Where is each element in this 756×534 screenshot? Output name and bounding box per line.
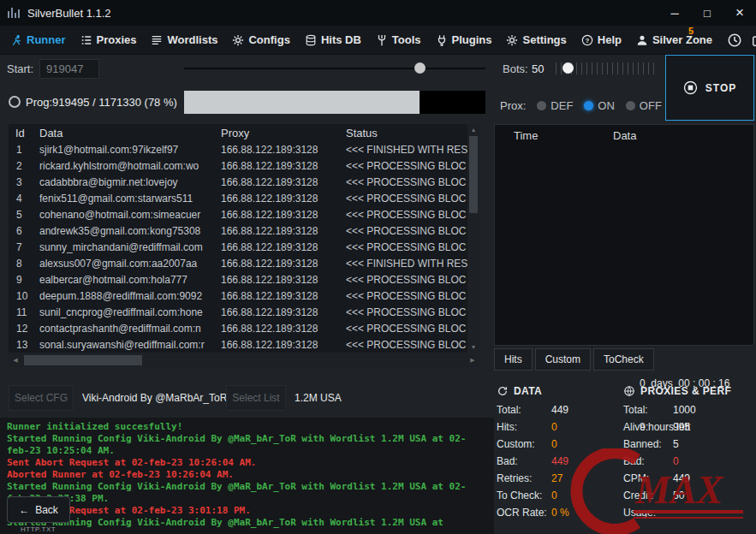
- log-line: Started Running Config Viki-Android By @…: [7, 433, 487, 457]
- cell-status: <<< FINISHED WITH RES: [346, 258, 467, 270]
- maximize-button[interactable]: □: [691, 0, 723, 26]
- table-row[interactable]: 5 cohenano@hotmail.com:simeacuer 166.88.…: [9, 206, 467, 222]
- stat-row: Bad: 0: [623, 453, 753, 470]
- help-icon: ?: [581, 34, 593, 46]
- cell-proxy: 166.88.122.189:3128: [221, 339, 346, 351]
- start-slider-handle[interactable]: [414, 62, 426, 74]
- select-cfg-button[interactable]: Select CFG: [9, 385, 74, 411]
- col-status: Status: [346, 127, 467, 139]
- start-input[interactable]: [39, 59, 99, 79]
- table-row[interactable]: 11 sunil_cncprog@rediffmail.com:hone 166…: [9, 304, 467, 320]
- nav-item-wordlists[interactable]: Wordlists: [151, 33, 217, 46]
- stat-value: 449: [551, 404, 568, 416]
- tab-custom[interactable]: Custom: [535, 348, 591, 371]
- horizontal-scrollbar[interactable]: ◀ ▶: [9, 353, 479, 367]
- file-label: HTTP.TXT: [21, 525, 56, 533]
- svg-text:?: ?: [585, 36, 589, 44]
- bots-slider[interactable]: [556, 60, 658, 77]
- table-row[interactable]: 4 fenix511@gmail.com:starwars511 166.88.…: [9, 190, 467, 206]
- prox-option-on[interactable]: ON: [584, 99, 615, 112]
- tab-hits[interactable]: Hits: [494, 348, 533, 371]
- cell-data: fenix511@gmail.com:starwars511: [39, 193, 221, 205]
- window-controls: ─ □ ×: [658, 0, 756, 26]
- table-row[interactable]: 10 deepum.1888@rediffmail.com:9092 166.8…: [9, 288, 467, 304]
- table-row[interactable]: 7 sunny_mirchandani@rediffmail.com 166.8…: [9, 239, 467, 255]
- nav-item-help[interactable]: ? Help: [581, 33, 622, 46]
- start-slider-track[interactable]: [184, 68, 485, 69]
- config-name: Viki-Android By @MaRbAr_ToR: [82, 392, 227, 404]
- results-table: Id Data Proxy Status 1 sjirk1@hotmail.co…: [9, 124, 467, 353]
- cell-id: 7: [9, 241, 39, 253]
- cell-data: ealbercar@hotmail.com:hola777: [39, 274, 221, 286]
- stat-label: Banned:: [623, 438, 673, 450]
- stat-label: CPM:: [623, 472, 673, 484]
- gear-icon: [506, 34, 518, 46]
- close-button[interactable]: ×: [723, 0, 756, 26]
- back-button[interactable]: ← Back: [7, 496, 70, 523]
- prog-value: 919495 / 1171330 (78 %): [52, 96, 177, 109]
- stop-button[interactable]: STOP: [683, 80, 736, 95]
- prox-option-def[interactable]: DEF: [537, 99, 573, 112]
- table-row[interactable]: 3 cadabbbra@bigmir.net:lovejoy 166.88.12…: [9, 174, 467, 190]
- notification-badge: 5: [688, 26, 693, 36]
- nav-label: Plugins: [452, 33, 492, 46]
- nav-label: Configs: [248, 33, 289, 46]
- cell-proxy: 166.88.122.189:3128: [221, 160, 346, 172]
- cell-id: 13: [9, 339, 39, 351]
- table-row[interactable]: 12 contactprashanth@rediffmail.com:n 166…: [9, 320, 467, 336]
- nav-item-configs[interactable]: Configs: [232, 33, 289, 46]
- cell-data: cadabbbra@bigmir.net:lovejoy: [39, 176, 221, 188]
- stat-row: Usage:: [623, 504, 753, 521]
- stat-row: Total: 449: [497, 401, 621, 418]
- prox-option-off[interactable]: OFF: [626, 99, 662, 112]
- runner-controls: Start: Bots: 50 Prog:919495 / 1171330 (7…: [0, 55, 756, 124]
- table-row[interactable]: 13 sonal.suryawanshi@rediffmail.com:r 16…: [9, 336, 467, 353]
- cell-id: 1: [9, 144, 39, 156]
- start-slider[interactable]: [184, 60, 485, 77]
- nav-label: Hits DB: [321, 33, 361, 46]
- table-row[interactable]: 1 sjirk1@hotmail.com:97ikzelf97 166.88.1…: [9, 141, 467, 157]
- stat-value: 1000: [673, 404, 696, 416]
- stat-value: 0: [673, 455, 679, 467]
- nav-item-hits-db[interactable]: Hits DB: [305, 33, 361, 46]
- list-icon: [80, 34, 92, 46]
- table-row[interactable]: 6 andrewk35@gmail.com:kong75308 166.88.1…: [9, 222, 467, 239]
- nav-item-settings[interactable]: Settings: [506, 33, 566, 46]
- bots-value: 50: [532, 62, 544, 75]
- log-panel: Runner initialized succesfully! Started …: [0, 418, 494, 534]
- select-list-button[interactable]: Select List: [226, 385, 286, 411]
- runner-icon: [10, 34, 22, 46]
- horizontal-scrollbar-track[interactable]: [22, 353, 466, 367]
- scroll-right-icon[interactable]: ▶: [466, 353, 479, 367]
- stat-row: Total: 1000: [623, 401, 753, 418]
- cell-status: <<< PROCESSING BLOC: [346, 160, 467, 172]
- nav-item-tools[interactable]: Tools: [376, 33, 421, 46]
- progress-bar: [184, 91, 485, 114]
- cell-id: 8: [9, 258, 39, 270]
- nav-item-proxies[interactable]: Proxies: [80, 33, 137, 46]
- cell-id: 10: [9, 290, 39, 302]
- table-row[interactable]: 9 ealbercar@hotmail.com:hola777 166.88.1…: [9, 271, 467, 288]
- log-line: Aborted Runner at 02-feb-23 10:26:04 AM.: [7, 469, 487, 481]
- nav-item-plugins[interactable]: Plugins: [436, 33, 492, 46]
- vertical-scrollbar-thumb[interactable]: [469, 136, 478, 213]
- camera-icon[interactable]: [752, 33, 756, 48]
- table-row[interactable]: 8 alexsus007@gmail.com:aa2007aa 166.88.1…: [9, 255, 467, 271]
- horizontal-scrollbar-thumb[interactable]: [24, 355, 142, 365]
- stat-label: Hits:: [497, 421, 551, 433]
- nav-item-silver-zone[interactable]: Silver Zone 5: [636, 33, 712, 46]
- minimize-button[interactable]: ─: [658, 0, 691, 26]
- scroll-up-icon[interactable]: ▲: [471, 124, 477, 135]
- cell-data: contactprashanth@rediffmail.com:n: [39, 323, 221, 335]
- history-icon[interactable]: [727, 33, 742, 48]
- vertical-scrollbar[interactable]: ▲ ▼: [467, 124, 479, 353]
- nav-item-runner[interactable]: Runner: [10, 33, 66, 46]
- hits-table-header: Time Data: [495, 125, 753, 145]
- scroll-left-icon[interactable]: ◀: [9, 353, 22, 367]
- cell-proxy: 166.88.122.189:3128: [221, 274, 346, 286]
- table-row[interactable]: 2 rickard.kyhlstrom@hotmail.com:wo 166.8…: [9, 157, 467, 174]
- scroll-down-icon[interactable]: ▼: [471, 341, 477, 353]
- cell-proxy: 166.88.122.189:3128: [221, 209, 346, 221]
- globe-icon: [623, 385, 635, 397]
- stats-proxies-title: PROXIES & PERF: [640, 385, 731, 397]
